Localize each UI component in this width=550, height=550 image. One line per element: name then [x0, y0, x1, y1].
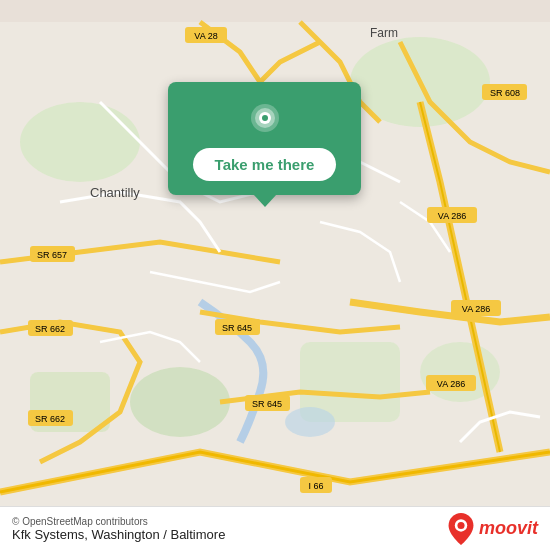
svg-point-37 — [457, 521, 464, 528]
svg-text:SR 645: SR 645 — [252, 399, 282, 409]
moovit-brand-name: moovit — [479, 518, 538, 539]
moovit-pin-icon — [447, 513, 475, 545]
svg-text:SR 662: SR 662 — [35, 324, 65, 334]
location-info: © OpenStreetMap contributors Kfk Systems… — [12, 516, 225, 542]
svg-text:I 66: I 66 — [308, 481, 323, 491]
svg-text:VA 286: VA 286 — [462, 304, 490, 314]
location-name: Kfk Systems, Washington / Baltimore — [12, 527, 225, 542]
svg-text:VA 286: VA 286 — [437, 379, 465, 389]
svg-point-4 — [130, 367, 230, 437]
location-pin-icon — [245, 100, 285, 140]
map-container: SR 608 SR 657 SR 662 SR 662 SR 645 SR 64… — [0, 0, 550, 550]
moovit-logo[interactable]: moovit — [447, 513, 538, 545]
svg-text:SR 662: SR 662 — [35, 414, 65, 424]
svg-point-7 — [285, 407, 335, 437]
svg-point-35 — [262, 115, 268, 121]
svg-text:SR 608: SR 608 — [490, 88, 520, 98]
svg-text:Farm: Farm — [370, 26, 398, 40]
location-popup: Take me there — [168, 82, 361, 195]
svg-text:VA 286: VA 286 — [438, 211, 466, 221]
take-me-there-button[interactable]: Take me there — [193, 148, 337, 181]
svg-text:Chantilly: Chantilly — [90, 185, 140, 200]
svg-point-1 — [20, 102, 140, 182]
bottom-bar: © OpenStreetMap contributors Kfk Systems… — [0, 506, 550, 550]
svg-text:SR 657: SR 657 — [37, 250, 67, 260]
svg-text:SR 645: SR 645 — [222, 323, 252, 333]
osm-credit: © OpenStreetMap contributors — [12, 516, 225, 527]
svg-text:VA 28: VA 28 — [194, 31, 217, 41]
